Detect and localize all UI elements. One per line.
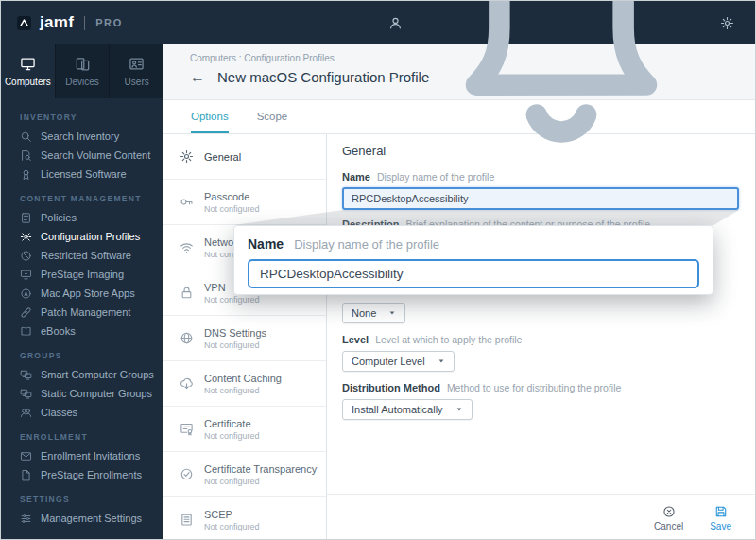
sidebar-item-prestage-imaging[interactable]: PreStage Imaging [1,265,163,284]
users-card-icon [129,56,145,72]
restricted-icon [20,250,32,262]
account-icon[interactable] [388,16,403,30]
payload-item-scep[interactable]: SCEPNot configured [163,497,326,540]
payload-item-dns-settings[interactable]: DNS SettingsNot configured [163,316,326,361]
back-button[interactable]: ← [190,70,205,85]
payload-status: Not configured [204,386,282,395]
payload-status: Not configured [204,522,260,531]
popup-name-label: Name [248,236,284,252]
envelope-icon [20,450,32,462]
distribution-value: Install Automatically [352,404,443,415]
sidebar-tab-label: Computers [5,77,51,87]
sidebar-item-label: PreStage Enrollments [41,469,142,480]
sidebar-item-policies[interactable]: Policies [1,208,163,227]
logo-divider [84,16,85,30]
static-groups-icon [20,388,32,400]
save-button[interactable]: Save [710,505,731,531]
sidebar-item-patch-management[interactable]: Patch Management [1,303,163,322]
doc-icon [20,469,32,481]
payload-item-text: General [204,151,241,163]
distribution-label-row: Distribution Method Method to use for di… [342,382,739,393]
payload-item-certificate-transparency[interactable]: Certificate TransparencyNot configured [163,452,326,497]
payload-label: Certificate Transparency [204,463,317,475]
book-icon [20,325,32,338]
sidebar-item-label: Smart Computer Groups [41,369,154,380]
imaging-icon [20,269,32,281]
sidebar-item-label: Management Settings [41,513,142,524]
sidebar-item-enrollment-invitations[interactable]: Enrollment Invitations [1,446,163,465]
sidebar-item-static-computer-groups[interactable]: Static Computer Groups [1,384,163,403]
sidebar-item-label: Static Computer Groups [41,388,152,399]
sidebar-item-licensed-software[interactable]: Licensed Software [1,165,163,183]
sidebar-tab-computers[interactable]: Computers [1,44,56,98]
tab-scope[interactable]: Scope [257,100,288,133]
settings-icon [20,513,32,525]
payload-status: Not configured [204,340,266,350]
name-hint: Display name of the profile [377,171,494,183]
level-hint: Level at which to apply the profile [375,334,522,345]
sidebar-item-mac-app-store-apps[interactable]: Mac App Store Apps [1,284,163,303]
payload-item-text: Certificate TransparencyNot configured [204,463,317,486]
sidebar-item-label: Search Volume Content [41,149,150,161]
popup-name-input[interactable] [248,259,699,288]
sidebar-item-smart-computer-groups[interactable]: Smart Computer Groups [1,365,163,384]
level-value: Computer Level [352,356,425,367]
computer-icon [20,56,36,72]
popup-name-hint: Display name of the profile [294,237,439,252]
form-area: General Name Display name of the profile… [327,134,756,540]
tab-options[interactable]: Options [191,100,229,133]
payload-label: DNS Settings [204,327,266,339]
level-label: Level [342,334,369,345]
sidebar-item-classes[interactable]: Classes [1,403,163,422]
chevron-down-icon [438,357,445,365]
classes-icon [20,407,32,419]
jamf-mark-icon [16,15,32,31]
level-dropdown[interactable]: Computer Level [342,351,455,372]
sidebar-item-prestage-enrollments[interactable]: PreStage Enrollments [1,465,163,484]
distribution-dropdown[interactable]: Install Automatically [342,399,472,420]
sidebar: ComputersDevicesUsers INVENTORYSearch In… [1,44,163,540]
payload-label: General [204,151,241,163]
topbar: jamf PRO 1 [1,1,755,44]
sidebar-item-search-inventory[interactable]: Search Inventory [1,127,163,146]
jamf-logo[interactable]: jamf PRO [16,13,123,32]
payload-item-content-caching[interactable]: Content CachingNot configured [163,361,326,407]
nav-section-header: GROUPS [1,351,163,360]
payload-panel: GeneralPasscodeNot configuredNetworkNot … [163,134,327,540]
payload-item-text: PasscodeNot configured [204,191,260,214]
settings-gear-icon[interactable] [720,16,734,30]
payload-label: Passcode [204,191,260,202]
cancel-button[interactable]: Cancel [654,505,683,531]
nav-section-enrollment: ENROLLMENTEnrollment InvitationsPreStage… [1,432,163,484]
category-dropdown[interactable]: None [342,303,405,323]
patch-icon [20,306,32,319]
name-input[interactable] [342,187,739,210]
payload-item-text: CertificateNot configured [204,418,260,441]
sidebar-item-management-settings[interactable]: Management Settings [1,509,163,528]
payload-status: Not configured [204,477,317,486]
name-label: Name [342,171,370,183]
sidebar-tab-devices[interactable]: Devices [56,44,111,98]
sidebar-item-label: Configuration Profiles [41,231,140,242]
save-label: Save [710,521,731,531]
distribution-label: Distribution Method [342,382,440,393]
payload-status: Not configured [204,431,260,441]
sidebar-tab-users[interactable]: Users [110,44,163,98]
smart-groups-icon [20,369,32,381]
payload-label: Certificate [204,418,260,429]
form-footer: Cancel Save [327,494,756,540]
sidebar-item-ebooks[interactable]: eBooks [1,322,163,340]
nav-section-header: CONTENT MANAGEMENT [1,194,163,203]
notifications-button[interactable]: 1 [420,0,703,165]
gear-icon [180,149,194,164]
sidebar-item-label: Classes [41,407,77,418]
name-label-row: Name Display name of the profile [342,171,739,183]
chevron-down-icon [455,406,463,413]
nav-section-header: ENROLLMENT [1,432,163,442]
payload-item-certificate[interactable]: CertificateNot configured [163,407,326,452]
sidebar-item-search-volume-content[interactable]: Search Volume Content [1,146,163,165]
sidebar-item-configuration-profiles[interactable]: Configuration Profiles [1,227,163,246]
search-icon [20,131,32,143]
sidebar-item-restricted-software[interactable]: Restricted Software [1,246,163,265]
payload-item-general[interactable]: General [163,134,326,180]
